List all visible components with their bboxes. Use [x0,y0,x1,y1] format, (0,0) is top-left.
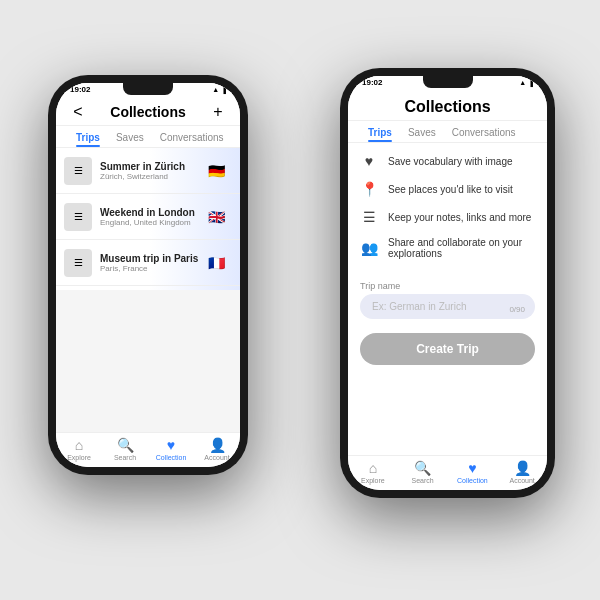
trip-flag-3: 🇫🇷 [208,255,232,271]
feature-text-2: See places you'd like to visit [388,184,513,195]
account-icon-2: 👤 [514,460,531,476]
nav-collection-label-2: Collection [457,477,488,484]
tabs-2: Trips Saves Conversations [348,121,547,143]
nav-collection-2[interactable]: ♥ Collection [454,460,490,484]
phone-2: 19:02 ▲ ▐ Collections Trips Saves Conver… [340,68,555,498]
status-icons-2: ▲ ▐ [519,79,533,86]
trip-icon-1: ☰ [64,157,92,185]
feature-text-3: Keep your notes, links and more [388,212,531,223]
page-title-2: Collections [380,98,515,116]
bottom-nav-2: ⌂ Explore 🔍 Search ♥ Collection 👤 Accoun… [348,455,547,490]
feature-item-2: 📍 See places you'd like to visit [360,181,535,197]
trip-item-1[interactable]: ☰ Summer in Zürich Zürich, Switzerland 🇩… [56,148,240,194]
nav-search-1[interactable]: 🔍 Search [107,437,143,461]
nav-account-label-2: Account [509,477,534,484]
feature-item-3: ☰ Keep your notes, links and more [360,209,535,225]
nav-explore-label-2: Explore [361,477,385,484]
nav-search-2[interactable]: 🔍 Search [405,460,441,484]
header-1: < Collections + [56,99,240,126]
tab-saves-2[interactable]: Saves [400,125,444,142]
nav-explore-1[interactable]: ⌂ Explore [61,437,97,461]
status-time-1: 19:02 [70,85,90,94]
status-time-2: 19:02 [362,78,382,87]
phone-1: 19:02 ▲ ▐ < Collections + Trips Saves Co… [48,75,248,475]
tab-saves-1[interactable]: Saves [108,130,152,147]
header-2: Collections [348,92,547,121]
notes-feature-icon: ☰ [360,209,378,225]
trip-item-4[interactable]: ☰ Architecture trip in Barcelona Barcelo… [56,286,240,290]
page-title-1: Collections [88,104,208,120]
account-icon-1: 👤 [209,437,226,453]
heart-icon-1: ♥ [167,437,175,453]
trip-item-2[interactable]: ☰ Weekend in London England, United King… [56,194,240,240]
tab-conversations-1[interactable]: Conversations [152,130,232,147]
share-feature-icon: 👥 [360,240,378,256]
nav-explore-label-1: Explore [67,454,91,461]
nav-search-label-1: Search [114,454,136,461]
create-trip-button[interactable]: Create Trip [360,333,535,365]
feature-item-1: ♥ Save vocabulary with image [360,153,535,169]
heart-icon-2: ♥ [468,460,476,476]
trip-name-section: Trip name Ex: German in Zurich 0/90 [348,281,547,327]
trip-list: ☰ Summer in Zürich Zürich, Switzerland 🇩… [56,148,240,290]
home-icon-2: ⌂ [369,460,377,476]
feature-item-4: 👥 Share and collaborate on your explorat… [360,237,535,259]
trip-info-3: Museum trip in Paris Paris, France [100,253,208,273]
tab-conversations-2[interactable]: Conversations [444,125,524,142]
nav-explore-2[interactable]: ⌂ Explore [355,460,391,484]
trip-flag-1: 🇩🇪 [208,163,232,179]
feature-text-1: Save vocabulary with image [388,156,513,167]
heart-feature-icon: ♥ [360,153,378,169]
char-count: 0/90 [509,305,525,314]
nav-collection-label-1: Collection [156,454,187,461]
trip-info-2: Weekend in London England, United Kingdo… [100,207,208,227]
trip-icon-3: ☰ [64,249,92,277]
bottom-nav-1: ⌂ Explore 🔍 Search ♥ Collection 👤 Accoun… [56,432,240,467]
feature-list: ♥ Save vocabulary with image 📍 See place… [348,143,547,281]
trip-flag-2: 🇬🇧 [208,209,232,225]
trip-info-1: Summer in Zürich Zürich, Switzerland [100,161,208,181]
search-icon-1: 🔍 [117,437,134,453]
scene: 19:02 ▲ ▐ < Collections + Trips Saves Co… [0,0,600,600]
tab-trips-2[interactable]: Trips [360,125,400,142]
home-icon-1: ⌂ [75,437,83,453]
tab-trips-1[interactable]: Trips [68,130,108,147]
add-button-1[interactable]: + [208,103,228,121]
nav-search-label-2: Search [412,477,434,484]
nav-account-2[interactable]: 👤 Account [504,460,540,484]
trip-icon-2: ☰ [64,203,92,231]
search-icon-2: 🔍 [414,460,431,476]
trip-item-3[interactable]: ☰ Museum trip in Paris Paris, France 🇫🇷 [56,240,240,286]
status-icons-1: ▲ ▐ [212,86,226,93]
tabs-1: Trips Saves Conversations [56,126,240,148]
back-button-1[interactable]: < [68,103,88,121]
nav-account-1[interactable]: 👤 Account [199,437,235,461]
trip-name-label: Trip name [360,281,535,291]
location-feature-icon: 📍 [360,181,378,197]
nav-account-label-1: Account [204,454,229,461]
feature-text-4: Share and collaborate on your exploratio… [388,237,535,259]
nav-collection-1[interactable]: ♥ Collection [153,437,189,461]
